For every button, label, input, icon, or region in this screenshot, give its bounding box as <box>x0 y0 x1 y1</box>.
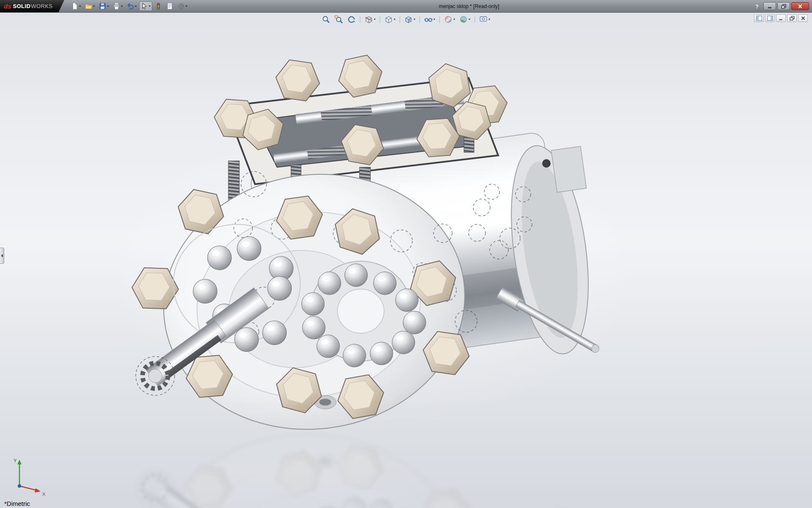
svg-text:?: ? <box>755 3 758 9</box>
window-title: menjac sklop * [Read-only] <box>189 3 749 9</box>
pane-left-button[interactable] <box>754 14 764 22</box>
options-icon <box>178 3 185 10</box>
logo-text-solid: SOLID <box>13 3 31 9</box>
triad-x-label: X <box>42 491 46 497</box>
doc-close-button[interactable] <box>798 14 808 22</box>
new-document-icon <box>71 3 78 10</box>
undo-button[interactable]: ▾ <box>125 1 138 11</box>
help-icon: ? <box>754 3 760 9</box>
model-reflection <box>131 415 602 508</box>
previous-view-button[interactable] <box>346 14 357 25</box>
triad-y-arrow <box>17 460 22 464</box>
chevron-left-icon <box>1 254 3 257</box>
reference-triad: Y X <box>5 456 49 500</box>
section-view-icon <box>365 15 373 24</box>
edit-appearance-button[interactable]: ▾ <box>442 14 457 25</box>
dropdown-caret-icon[interactable]: ▾ <box>107 5 109 8</box>
toolbar-separator <box>420 17 420 23</box>
previous-view-icon <box>347 15 356 24</box>
graphics-viewport: ▾▾▾▾▾▾▾ Y X *Dimetric <box>0 13 812 508</box>
triad-x-arrow <box>35 489 41 493</box>
save-button[interactable]: ▾ <box>97 1 110 11</box>
window-restore-button[interactable] <box>777 2 790 10</box>
save-icon <box>99 3 106 10</box>
window-minimize-button[interactable] <box>763 2 776 10</box>
help-button[interactable]: ? <box>752 2 762 10</box>
graphics-area[interactable] <box>0 13 812 508</box>
view-orientation-label: *Dimetric <box>4 500 30 507</box>
select-icon <box>141 3 148 10</box>
section-view-button[interactable]: ▾ <box>363 14 377 25</box>
zoom-to-fit-icon <box>322 15 330 24</box>
file-properties-button[interactable] <box>165 1 175 11</box>
undo-icon <box>127 3 134 10</box>
dropdown-caret-icon[interactable]: ▾ <box>121 5 123 8</box>
pane-left-icon <box>756 15 763 21</box>
pane-right-button[interactable] <box>765 14 775 22</box>
display-style-icon <box>404 15 413 24</box>
logo-text-works: WORKS <box>31 3 52 9</box>
dropdown-caret-icon[interactable]: ▾ <box>433 18 435 21</box>
zoom-to-fit-button[interactable] <box>320 14 332 25</box>
featuremanager-collapsed-tab[interactable] <box>0 248 4 264</box>
doc-close-icon <box>800 15 807 21</box>
zoom-to-area-icon <box>335 15 343 24</box>
view-settings-button[interactable]: ▾ <box>477 14 492 25</box>
toolbar-separator <box>400 17 400 23</box>
dropdown-caret-icon[interactable]: ▾ <box>93 5 95 8</box>
heads-up-view-toolbar: ▾▾▾▾▾▾▾ <box>320 14 492 25</box>
doc-restore-button[interactable] <box>787 14 797 22</box>
print-button[interactable]: ▾ <box>111 1 124 11</box>
ds-logo-mark: ds <box>4 3 11 10</box>
window-minimize-icon <box>766 3 773 9</box>
window-controls: ? <box>749 2 812 10</box>
dropdown-caret-icon[interactable]: ▾ <box>488 18 490 21</box>
dropdown-caret-icon[interactable]: ▾ <box>134 5 137 8</box>
toolbar-separator <box>439 17 440 23</box>
dropdown-caret-icon[interactable]: ▾ <box>393 18 395 21</box>
toolbar-separator <box>380 17 380 23</box>
view-orientation-icon <box>384 15 393 24</box>
open-button[interactable]: ▾ <box>83 1 96 11</box>
dropdown-caret-icon[interactable]: ▾ <box>185 5 187 8</box>
dropdown-caret-icon[interactable]: ▾ <box>413 18 415 21</box>
window-close-icon <box>797 3 804 9</box>
print-icon <box>113 3 120 10</box>
doc-restore-icon <box>789 15 796 21</box>
edit-appearance-icon <box>444 15 453 24</box>
select-button[interactable]: ▾ <box>139 1 152 11</box>
hide-show-items-button[interactable]: ▾ <box>422 14 437 25</box>
toolbar-separator <box>360 17 360 23</box>
rebuild-button[interactable] <box>153 1 164 11</box>
triad-y-label: Y <box>14 458 17 463</box>
document-window-controls <box>754 14 808 22</box>
doc-minimize-button[interactable] <box>776 14 786 22</box>
triad-z-axis <box>18 484 21 488</box>
hide-show-items-icon <box>424 15 433 24</box>
doc-minimize-icon <box>778 15 785 21</box>
toolbar-separator <box>475 17 475 23</box>
standard-toolbar: ▾▾▾▾▾▾▾ <box>64 1 189 11</box>
solidworks-logo: ds SOLID WORKS <box>0 0 64 12</box>
new-document-button[interactable]: ▾ <box>69 1 82 11</box>
file-properties-icon <box>166 3 173 10</box>
window-restore-icon <box>780 3 787 9</box>
dropdown-caret-icon[interactable]: ▾ <box>148 5 151 8</box>
display-style-button[interactable]: ▾ <box>403 14 417 25</box>
view-orientation-button[interactable]: ▾ <box>383 14 397 25</box>
dropdown-caret-icon[interactable]: ▾ <box>373 18 376 21</box>
open-icon <box>85 3 92 10</box>
rebuild-icon <box>155 3 162 10</box>
view-settings-icon <box>479 15 488 24</box>
title-bar: ds SOLID WORKS ▾▾▾▾▾▾▾ menjac sklop * [R… <box>0 0 812 13</box>
gearbox-assembly-model <box>131 53 602 449</box>
dropdown-caret-icon[interactable]: ▾ <box>468 18 470 21</box>
window-close-button[interactable] <box>791 2 809 10</box>
dropdown-caret-icon[interactable]: ▾ <box>79 5 81 8</box>
options-button[interactable]: ▾ <box>176 1 189 11</box>
zoom-to-area-button[interactable] <box>333 14 345 25</box>
apply-scene-icon <box>459 15 468 24</box>
dropdown-caret-icon[interactable]: ▾ <box>453 18 455 21</box>
apply-scene-button[interactable]: ▾ <box>458 14 472 25</box>
pane-right-icon <box>767 15 774 21</box>
